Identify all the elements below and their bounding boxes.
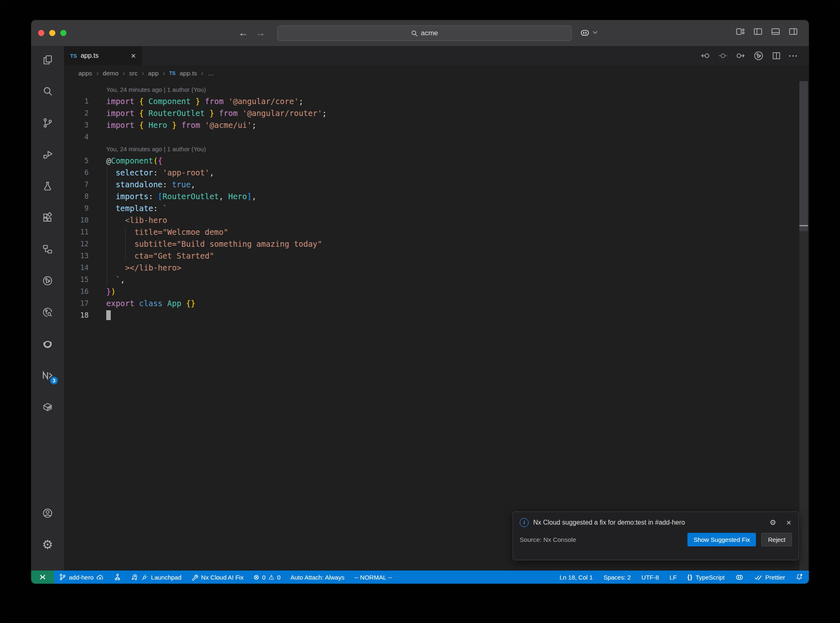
customize-layout-icon[interactable] bbox=[735, 27, 745, 36]
code-editor[interactable]: You, 24 minutes ago | 1 author (You)1imp… bbox=[64, 81, 809, 571]
code-line[interactable]: 14 ></lib-hero> bbox=[64, 262, 809, 274]
navigate-back-button[interactable]: ← bbox=[238, 27, 248, 39]
line-number: 13 bbox=[64, 250, 106, 262]
zoom-window-button[interactable] bbox=[60, 30, 66, 36]
editor-group: TS app.ts × bbox=[64, 46, 809, 571]
breadcrumb-item[interactable]: src bbox=[129, 70, 138, 77]
containers-icon[interactable] bbox=[41, 401, 54, 413]
commits-item[interactable] bbox=[114, 573, 121, 581]
code-line[interactable]: 5@Component({ bbox=[64, 155, 809, 167]
launchpad-item[interactable]: Launchpad bbox=[131, 573, 181, 581]
editor-scrollbar[interactable] bbox=[799, 81, 808, 571]
copilot-icon bbox=[735, 573, 744, 581]
code-line[interactable]: 12 subtitle="Build something amazing tod… bbox=[64, 238, 809, 250]
gitlens-current-change-icon[interactable] bbox=[718, 51, 728, 61]
warning-icon: ⚠ bbox=[268, 574, 274, 580]
code-line[interactable]: 9 template: ` bbox=[64, 202, 809, 214]
run-and-debug-icon[interactable] bbox=[41, 149, 54, 160]
code-line[interactable]: 7 standalone: true, bbox=[64, 179, 809, 191]
scrollbar-thumb[interactable] bbox=[799, 81, 808, 231]
formatter-item[interactable]: Prettier bbox=[754, 574, 785, 581]
code-line[interactable]: 17export class App {} bbox=[64, 298, 809, 309]
copilot-menu[interactable] bbox=[580, 27, 598, 38]
code-line[interactable]: 11 title="Welcmoe demo" bbox=[64, 226, 809, 238]
breadcrumb-symbol-tail[interactable]: … bbox=[208, 70, 214, 77]
code-line[interactable]: 4 bbox=[64, 131, 809, 143]
split-editor-icon[interactable] bbox=[772, 51, 781, 61]
minimize-window-button[interactable] bbox=[49, 30, 55, 36]
blame-annotation[interactable]: You, 24 minutes ago | 1 author (You) bbox=[64, 84, 809, 95]
settings-icon[interactable]: ⚙ bbox=[41, 539, 54, 550]
extensions-icon[interactable] bbox=[41, 212, 54, 223]
problems-item[interactable]: ⊗ 0 ⚠ 0 bbox=[253, 573, 281, 582]
breadcrumb-item[interactable]: demo bbox=[103, 70, 119, 77]
code-line[interactable]: 16}) bbox=[64, 286, 809, 298]
show-suggested-fix-button[interactable]: Show Suggested Fix bbox=[687, 533, 756, 546]
nx-notification-badge: 3 bbox=[50, 377, 58, 384]
indentation-item[interactable]: Spaces: 2 bbox=[603, 574, 631, 581]
code-line[interactable]: 13 cta="Get Started" bbox=[64, 250, 809, 262]
nx-console-icon[interactable]: 3 bbox=[41, 370, 54, 381]
file-history-icon[interactable] bbox=[753, 50, 764, 61]
commits-icon bbox=[114, 573, 121, 581]
toggle-secondary-sidebar-icon[interactable] bbox=[788, 27, 798, 36]
vim-mode-item[interactable]: -- NORMAL -- bbox=[354, 574, 392, 581]
auto-attach-item[interactable]: Auto Attach: Always bbox=[290, 574, 345, 581]
warning-count: 0 bbox=[277, 574, 281, 581]
remote-indicator[interactable] bbox=[31, 571, 54, 584]
code-line[interactable]: 8 imports: [RouterOutlet, Hero], bbox=[64, 191, 809, 202]
breadcrumb-separator: › bbox=[201, 69, 203, 77]
notification-settings-icon[interactable]: ⚙ bbox=[769, 518, 776, 527]
line-number: 10 bbox=[64, 214, 106, 226]
git-branch-item[interactable]: add-hero bbox=[59, 573, 104, 581]
explorer-icon[interactable] bbox=[41, 54, 54, 66]
code-line[interactable]: 6 selector: 'app-root', bbox=[64, 167, 809, 179]
cursor-position-item[interactable]: Ln 18, Col 1 bbox=[559, 574, 593, 581]
commit-search-icon[interactable] bbox=[41, 307, 54, 318]
breadcrumb-item[interactable]: apps bbox=[78, 70, 92, 77]
gitlens-prev-change-icon[interactable] bbox=[700, 51, 710, 61]
code-line[interactable]: 2import { RouterOutlet } from '@angular/… bbox=[64, 107, 809, 119]
blame-annotation[interactable]: You, 24 minutes ago | 1 author (You) bbox=[64, 143, 809, 155]
tab-close-icon[interactable]: × bbox=[131, 52, 136, 60]
eol-item[interactable]: LF bbox=[669, 574, 677, 581]
toggle-panel-icon[interactable] bbox=[771, 27, 781, 36]
notification-close-icon[interactable]: × bbox=[786, 518, 791, 527]
line-number: 14 bbox=[64, 262, 106, 274]
breadcrumb-file[interactable]: app.ts bbox=[180, 70, 197, 77]
copilot-status-item[interactable] bbox=[735, 573, 744, 581]
indent-guide bbox=[125, 226, 126, 262]
project-graph-icon[interactable] bbox=[41, 243, 54, 255]
breadcrumb-item[interactable]: app bbox=[148, 70, 159, 77]
language-item[interactable]: {} TypeScript bbox=[687, 574, 725, 581]
source-control-icon[interactable] bbox=[41, 117, 54, 129]
code-line[interactable]: 1import { Component } from '@angular/cor… bbox=[64, 95, 809, 107]
navigate-forward-button[interactable]: → bbox=[256, 27, 265, 39]
testing-icon[interactable] bbox=[41, 180, 54, 192]
tab-app-ts[interactable]: TS app.ts × bbox=[64, 46, 142, 65]
line-number: 15 bbox=[64, 274, 106, 286]
reject-button[interactable]: Reject bbox=[761, 533, 792, 546]
code-line[interactable]: 3import { Hero } from '@acme/ui'; bbox=[64, 119, 809, 131]
bell-dot-icon bbox=[796, 573, 803, 581]
commit-graph-icon[interactable] bbox=[41, 275, 54, 286]
notifications-bell-item[interactable] bbox=[796, 573, 803, 581]
code-line[interactable]: 18 bbox=[64, 309, 809, 321]
status-bar: add-hero bbox=[31, 571, 809, 584]
encoding-item[interactable]: UTF-8 bbox=[641, 574, 659, 581]
code-line[interactable]: 15 `, bbox=[64, 274, 809, 286]
toggle-primary-sidebar-icon[interactable] bbox=[753, 27, 763, 36]
line-number: 9 bbox=[64, 202, 106, 214]
edge-devtools-icon[interactable] bbox=[41, 338, 54, 350]
gitlens-next-change-icon[interactable] bbox=[735, 51, 746, 61]
nx-cloud-fix-item[interactable]: Nx Cloud AI Fix bbox=[191, 574, 243, 581]
title-bar: ← → acme bbox=[31, 20, 809, 46]
code-line[interactable]: 10 <lib-hero bbox=[64, 214, 809, 226]
close-window-button[interactable] bbox=[38, 30, 44, 36]
overview-ruler-cursor-mark bbox=[799, 225, 808, 226]
accounts-icon[interactable] bbox=[41, 507, 54, 519]
more-actions-icon[interactable]: ··· bbox=[789, 51, 798, 61]
search-view-icon[interactable] bbox=[41, 86, 54, 97]
line-number: 4 bbox=[64, 131, 106, 143]
command-center-search[interactable]: acme bbox=[277, 25, 572, 41]
